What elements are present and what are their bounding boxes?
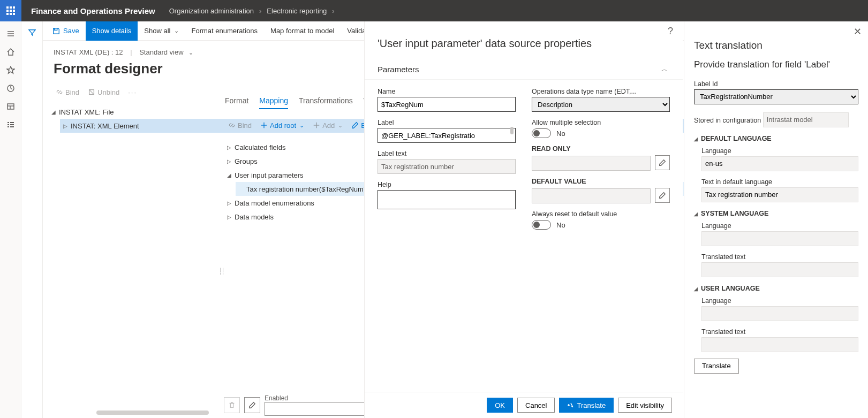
labeltext-label: Label text xyxy=(378,150,406,157)
star-icon[interactable] xyxy=(0,61,21,79)
vertical-splitter[interactable]: ┆┆ xyxy=(218,268,224,275)
svg-rect-14 xyxy=(7,126,9,127)
brand-title: Finance and Operations Preview xyxy=(21,6,167,16)
section-default-language[interactable]: DEFAULT LANGUAGE xyxy=(694,135,858,142)
labelid-select[interactable]: TaxRegistrationNumber xyxy=(694,89,858,104)
readonly-edit-button[interactable] xyxy=(655,155,670,170)
edt-label: Operations data type name (EDT,... xyxy=(532,88,637,95)
translate-button[interactable]: Translate xyxy=(559,398,614,413)
tab-transformations[interactable]: Transformations xyxy=(299,96,353,109)
syslang-input xyxy=(701,231,858,246)
label-input[interactable] xyxy=(378,128,516,143)
translation-title: Text translation xyxy=(694,40,858,51)
horizontal-scrollbar[interactable] xyxy=(96,411,209,415)
readonly-input xyxy=(532,156,651,171)
bind-button[interactable]: Bind xyxy=(224,118,256,133)
bind-label: Bind xyxy=(238,121,252,130)
reset-toggle[interactable] xyxy=(532,220,551,230)
edt-select[interactable]: Description xyxy=(532,97,670,112)
breadcrumb-item[interactable]: Organization administration xyxy=(167,7,256,15)
textdef-label: Text in default language xyxy=(701,178,772,186)
format-enumerations-button[interactable]: Format enumerations xyxy=(185,21,265,41)
filter-icon[interactable] xyxy=(28,29,36,418)
map-format-button[interactable]: Map format to model xyxy=(264,21,341,41)
translated-label: Translated text xyxy=(701,253,745,261)
panel-title: 'User input parameter' data source prope… xyxy=(365,21,683,59)
caret-icon[interactable] xyxy=(227,145,235,150)
caret-icon[interactable] xyxy=(51,109,59,115)
close-icon[interactable]: ✕ xyxy=(854,26,862,37)
translate-action-button[interactable]: Translate xyxy=(694,359,739,374)
caret-icon[interactable] xyxy=(227,200,235,206)
add-button[interactable]: Add ⌄ xyxy=(308,118,347,133)
cancel-button[interactable]: Cancel xyxy=(517,398,555,413)
chevron-right-icon: › xyxy=(256,7,265,15)
caret-icon[interactable] xyxy=(227,214,235,220)
default-edit-button[interactable] xyxy=(655,188,670,203)
section-header-parameters[interactable]: Parameters ︿ xyxy=(365,59,683,80)
textdef-input xyxy=(701,187,858,202)
edit-visibility-button[interactable]: Edit visibility xyxy=(618,398,672,413)
reset-value: No xyxy=(556,221,565,229)
label-scrollbar[interactable] xyxy=(510,127,514,134)
edit-icon-button[interactable] xyxy=(244,397,260,413)
section-user-language[interactable]: USER LANGUAGE xyxy=(694,285,858,292)
bind-button[interactable]: Bind xyxy=(51,85,84,100)
lang-input xyxy=(701,156,858,171)
translated-label: Translated text xyxy=(701,328,745,336)
view-selector[interactable]: Standard view ⌄ xyxy=(139,48,193,56)
breadcrumb-item[interactable]: Electronic reporting xyxy=(265,7,329,15)
caret-icon xyxy=(694,135,698,142)
save-button[interactable]: Save xyxy=(46,21,86,41)
help-icon[interactable]: ? xyxy=(668,26,673,37)
bind-label: Bind xyxy=(65,88,79,96)
translation-subtitle: Provide translation for field 'Label' xyxy=(694,59,858,71)
hamburger-icon[interactable] xyxy=(0,25,21,43)
name-label: Name xyxy=(378,88,395,95)
more-button[interactable]: ··· xyxy=(124,85,141,100)
help-input[interactable] xyxy=(378,190,516,209)
show-all-button[interactable]: Show all ⌄ xyxy=(138,21,185,41)
tab-format[interactable]: Format xyxy=(225,96,248,109)
caret-icon[interactable] xyxy=(227,158,235,164)
map-format-label: Map format to model xyxy=(270,27,334,35)
tab-mapping[interactable]: Mapping xyxy=(259,96,288,109)
caret-icon[interactable] xyxy=(63,123,71,129)
add-root-button[interactable]: Add root ⌄ xyxy=(256,118,308,133)
section-system-language[interactable]: SYSTEM LANGUAGE xyxy=(694,210,858,217)
unbind-button[interactable]: Unbind xyxy=(84,85,124,100)
show-details-button[interactable]: Show details xyxy=(86,21,138,41)
reset-label: Always reset to default value xyxy=(532,210,617,218)
save-label: Save xyxy=(63,27,79,35)
home-icon[interactable] xyxy=(0,43,21,61)
modules-icon[interactable] xyxy=(0,116,21,134)
workspace-icon[interactable] xyxy=(0,97,21,116)
ok-button[interactable]: OK xyxy=(487,398,513,413)
ds-label: Data model enumerations xyxy=(235,199,314,207)
stored-label: Stored in configuration xyxy=(694,116,761,124)
show-all-label: Show all xyxy=(144,27,170,35)
section-label: Parameters xyxy=(378,65,419,74)
labelid-label: Label Id xyxy=(694,80,718,88)
properties-col-left: Name Label Label text Help xyxy=(378,87,516,384)
app-launcher-icon[interactable] xyxy=(0,0,21,21)
chevron-down-icon: ⌄ xyxy=(174,27,179,34)
ds-label: Groups xyxy=(235,157,258,165)
svg-rect-11 xyxy=(10,122,14,123)
caret-icon xyxy=(694,210,698,217)
svg-rect-12 xyxy=(7,124,9,125)
default-label: DEFAULT VALUE xyxy=(532,178,586,185)
labeltext-input xyxy=(378,159,516,174)
ds-label: Data models xyxy=(235,213,274,221)
tree-label: INSTAT XML: File xyxy=(59,108,114,116)
left-rail xyxy=(0,21,21,418)
systrans-input xyxy=(701,262,858,277)
name-input[interactable] xyxy=(378,97,516,112)
help-label: Help xyxy=(378,181,391,188)
allowmulti-toggle[interactable] xyxy=(532,128,551,138)
svg-marker-3 xyxy=(7,66,14,73)
delete-icon-button xyxy=(224,397,240,413)
recent-icon[interactable] xyxy=(0,79,21,97)
format-enumerations-label: Format enumerations xyxy=(192,27,258,35)
caret-icon[interactable] xyxy=(227,172,235,178)
